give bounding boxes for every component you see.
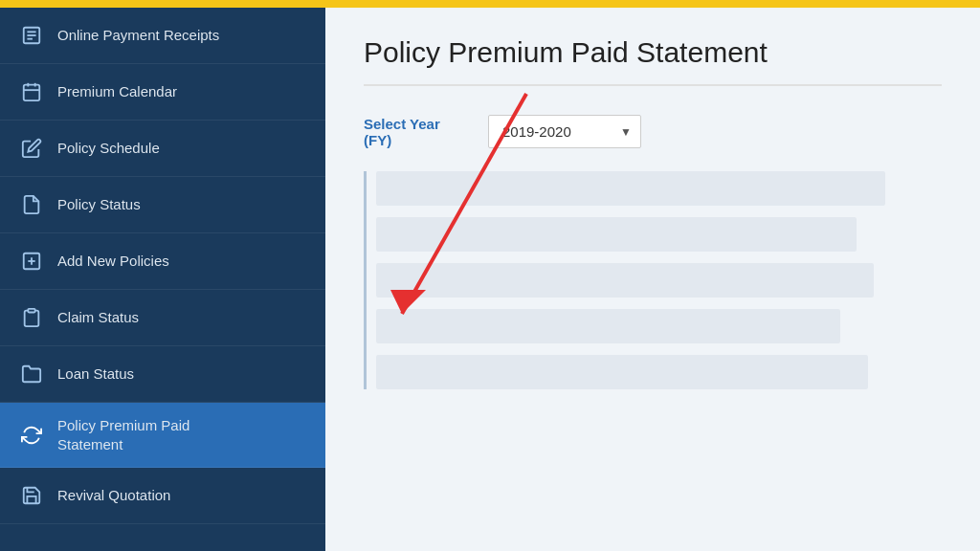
folder-icon — [17, 360, 46, 388]
skeleton-row — [376, 355, 868, 389]
sidebar: Online Payment Receipts Premium Calendar… — [0, 8, 325, 551]
svg-rect-11 — [28, 309, 34, 313]
select-year-label: Select Year(FY) — [364, 116, 469, 148]
sidebar-item-premium-calendar[interactable]: Premium Calendar — [0, 64, 325, 121]
content-area: Policy Premium Paid Statement Select Yea… — [325, 8, 980, 551]
save-icon — [17, 481, 46, 510]
year-select-wrapper: 2015-2016 2016-2017 2017-2018 2018-2019 … — [488, 115, 641, 148]
top-bar — [0, 0, 980, 8]
skeleton-row — [376, 309, 840, 343]
file-icon — [17, 190, 46, 219]
sidebar-item-label: Claim Status — [57, 308, 139, 327]
sidebar-item-policy-status[interactable]: Policy Status — [0, 177, 325, 233]
page-title: Policy Premium Paid Statement — [364, 36, 942, 86]
receipt-icon — [17, 21, 46, 50]
main-container: Online Payment Receipts Premium Calendar… — [0, 8, 980, 551]
loading-skeleton — [364, 171, 942, 389]
skeleton-row — [376, 263, 874, 298]
skeleton-row — [376, 171, 885, 206]
sidebar-item-label: Online Payment Receipts — [57, 26, 219, 45]
form-row: Select Year(FY) 2015-2016 2016-2017 2017… — [364, 115, 942, 148]
plus-icon — [17, 247, 46, 276]
clipboard-icon — [17, 303, 46, 332]
sidebar-item-label: Premium Calendar — [57, 82, 177, 101]
calendar-icon — [17, 77, 46, 106]
refresh-icon — [17, 421, 46, 450]
sidebar-item-label: Policy Premium PaidStatement — [57, 416, 189, 453]
sidebar-item-label: Policy Status — [57, 195, 141, 214]
sidebar-item-label: Revival Quotation — [57, 486, 170, 505]
sidebar-item-label: Policy Schedule — [57, 139, 160, 158]
sidebar-item-add-new-policies[interactable]: Add New Policies — [0, 233, 325, 290]
sidebar-item-online-payment-receipts[interactable]: Online Payment Receipts — [0, 8, 325, 64]
year-select[interactable]: 2015-2016 2016-2017 2017-2018 2018-2019 … — [488, 115, 641, 148]
sidebar-item-loan-status[interactable]: Loan Status — [0, 346, 325, 403]
skeleton-row — [376, 217, 857, 252]
sidebar-item-claim-status[interactable]: Claim Status — [0, 290, 325, 346]
sidebar-item-policy-premium-paid-statement[interactable]: Policy Premium PaidStatement — [0, 403, 325, 468]
edit-icon — [17, 134, 46, 163]
sidebar-item-revival-quotation[interactable]: Revival Quotation — [0, 468, 325, 524]
sidebar-item-label: Add New Policies — [57, 252, 169, 271]
sidebar-item-label: Loan Status — [57, 364, 134, 384]
sidebar-item-policy-schedule[interactable]: Policy Schedule — [0, 121, 325, 177]
svg-rect-4 — [24, 85, 40, 101]
